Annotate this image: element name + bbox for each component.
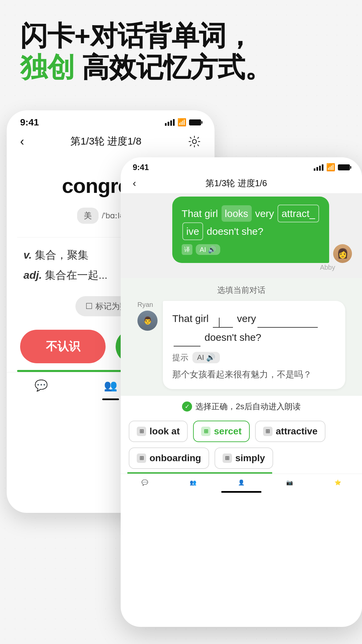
home-indicator-front <box>221 491 261 493</box>
chip-icon-look: ⊞ <box>137 427 146 436</box>
time-front: 9:41 <box>133 163 149 172</box>
time-back: 9:41 <box>20 117 39 128</box>
tab-star-icon-front: ⭐ <box>335 479 341 486</box>
status-icons-back: 📶 <box>165 118 201 127</box>
translation-text: 那个女孩看起来很有魅力，不是吗？ <box>172 368 336 381</box>
abby-name-label: Abby <box>320 264 335 271</box>
nav-title-front: 第1/3轮 进度1/6 <box>205 177 267 189</box>
translate-icon[interactable]: 译 <box>182 244 192 255</box>
back-button-front[interactable]: ‹ <box>133 177 136 189</box>
abby-bubble-text: That girl looks very attract_ ive doesn'… <box>182 205 320 240</box>
hint-label: 提示 <box>172 352 188 363</box>
ai-hint-badge[interactable]: AI 🔊 <box>192 352 220 363</box>
page-wrapper: 闪卡+对话背单词， 独创 高效记忆方式。 9:41 📶 <box>0 0 362 644</box>
chip-look-at[interactable]: ⊞ look at <box>129 421 188 442</box>
abby-message-row: That girl looks very attract_ ive doesn'… <box>121 193 362 266</box>
chip-icon-attractive: ⊞ <box>263 427 273 436</box>
chip-simply[interactable]: ⊞ simply <box>215 447 273 469</box>
answer-chips: ⊞ look at ⊞ sercet ⊞ attractive <box>121 417 362 445</box>
blank-2[interactable] <box>257 309 318 328</box>
settings-icon-back[interactable] <box>188 135 201 148</box>
chip-label-simply: simply <box>235 453 265 464</box>
tab-camera-icon-front: 📷 <box>286 479 293 486</box>
fill-in-section: 选填当前对话 Ryan 👨 That girl very doesn't she… <box>121 278 362 396</box>
back-button-back[interactable]: ‹ <box>20 135 24 149</box>
dont-know-button[interactable]: 不认识 <box>20 330 106 363</box>
tab-group-back[interactable]: 👥 <box>104 379 117 392</box>
status-bar-back: 9:41 📶 <box>7 110 215 131</box>
abby-bubble: That girl looks very attract_ ive doesn'… <box>172 197 329 263</box>
chat-scroll-area[interactable]: That girl looks very attract_ ive doesn'… <box>121 193 362 278</box>
ryan-name-label: Ryan <box>137 301 158 309</box>
tab-star-front[interactable]: ⭐ <box>335 479 341 486</box>
chat-phone: 9:41 📶 ‹ 第1/3轮 进度1/6 <box>121 157 362 627</box>
chip-sercet[interactable]: ⊞ sercet <box>193 421 250 442</box>
ryan-row: Ryan 👨 That girl very doesn't she? 提示 <box>131 301 352 389</box>
def-text-2: 集合在一起... <box>42 269 108 281</box>
nav-bar-front: ‹ 第1/3轮 进度1/6 <box>121 175 362 193</box>
svg-point-0 <box>192 140 196 144</box>
chip-icon-simply: ⊞ <box>223 453 232 463</box>
nav-title-back: 第1/3轮 进度1/8 <box>70 135 141 148</box>
chip-label-sercet: sercet <box>214 426 242 437</box>
pos-2: adj. <box>23 269 42 281</box>
answer-chips-row2: ⊞ onboarding ⊞ simply <box>121 444 362 472</box>
phonetic-region: 美 <box>77 208 99 224</box>
word-very: very <box>252 208 277 219</box>
bubble-footer: 译 AI 🔊 <box>182 244 320 255</box>
tab-chat-back[interactable]: 💬 <box>35 379 48 392</box>
tab-user-front[interactable]: 👤 <box>238 479 245 486</box>
chip-attractive[interactable]: ⊞ attractive <box>255 421 326 442</box>
blank-1[interactable] <box>213 309 233 328</box>
answer-status: ✓ 选择正确，2s后自动进入朗读 <box>121 396 362 417</box>
word-doesnt: doesn't she? <box>204 226 263 237</box>
battery-icon-front <box>338 164 350 170</box>
word-ive: ive <box>182 222 203 240</box>
hint-row: 提示 AI 🔊 <box>172 352 336 363</box>
phones-container: 9:41 📶 ‹ 第1/3轮 进度1/8 <box>0 97 362 593</box>
home-indicator-back <box>102 398 119 400</box>
pos-1: v. <box>23 249 32 261</box>
fill-text: That girl very doesn't she? <box>172 309 336 346</box>
header-line2: 独创 高效记忆方式。 <box>20 52 342 83</box>
chip-label-look: look at <box>149 426 180 437</box>
header-section: 闪卡+对话背单词， 独创 高效记忆方式。 <box>0 0 362 97</box>
word-attract: attract_ <box>278 205 319 222</box>
word-looks: looks <box>222 205 252 222</box>
status-icons-front: 📶 <box>314 163 350 172</box>
wifi-icon-front: 📶 <box>326 163 335 172</box>
abby-avatar: 👩 <box>333 244 352 263</box>
chat-tab-icon: 💬 <box>35 379 48 392</box>
ryan-bubble: That girl very doesn't she? 提示 AI 🔊 那个女孩… <box>163 301 345 389</box>
familiar-icon: ☐ <box>85 302 93 311</box>
chip-onboarding[interactable]: ⊞ onboarding <box>129 447 209 469</box>
ai-badge-abby[interactable]: AI 🔊 <box>196 244 220 255</box>
tab-chat-icon-front: 💬 <box>141 479 148 486</box>
nav-bar-back: ‹ 第1/3轮 进度1/8 <box>7 131 215 154</box>
group-tab-icon: 👥 <box>104 379 117 392</box>
tab-chat-front[interactable]: 💬 <box>141 479 148 486</box>
word-that: That girl <box>182 208 221 219</box>
answer-area: ✓ 选择正确，2s后自动进入朗读 ⊞ look at ⊞ sercet ⊞ at… <box>121 396 362 499</box>
header-highlight: 独创 <box>20 52 74 83</box>
chip-icon-sercet: ⊞ <box>201 427 210 436</box>
signal-icon-front <box>314 164 323 171</box>
dont-know-label: 不认识 <box>46 339 80 354</box>
signal-icon-back <box>165 119 175 126</box>
battery-icon-back <box>189 119 201 125</box>
answer-status-text: 选择正确，2s后自动进入朗读 <box>195 401 300 412</box>
wifi-icon-back: 📶 <box>177 118 186 127</box>
tab-group-front[interactable]: 👥 <box>190 479 196 486</box>
header-line1: 闪卡+对话背单词， <box>20 20 342 52</box>
ryan-avatar: 👨 <box>137 311 158 331</box>
blank-3[interactable] <box>174 328 200 346</box>
tab-camera-front[interactable]: 📷 <box>286 479 293 486</box>
fill-in-label: 选填当前对话 <box>131 285 352 296</box>
ryan-face: 👨 <box>137 311 158 331</box>
status-bar-front: 9:41 📶 <box>121 157 362 175</box>
chip-label-onboarding: onboarding <box>149 453 201 464</box>
tab-user-icon-front: 👤 <box>238 479 245 486</box>
tab-bar-front: 💬 👥 👤 📷 ⭐ <box>121 474 362 488</box>
abby-face: 👩 <box>333 244 352 263</box>
tab-group-icon-front: 👥 <box>190 479 196 486</box>
